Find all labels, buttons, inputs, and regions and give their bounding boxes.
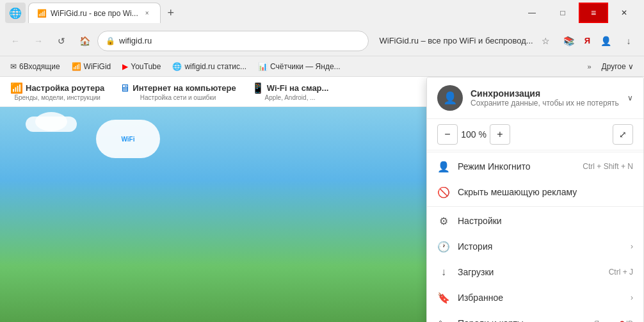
dropdown-menu: 👤 Синхронизация Сохраните данные, чтобы … xyxy=(426,77,644,322)
inbox-icon: ✉ xyxy=(10,62,17,71)
nav-internet-setup[interactable]: 🖥 Интернет на компьютере Настройка сети … xyxy=(120,83,236,101)
history-icon: 🕐 xyxy=(437,240,450,253)
pc-nav-icon: 🖥 xyxy=(120,83,130,94)
phone-nav-icon: 📱 xyxy=(252,82,264,94)
downloads-button[interactable]: ↓ xyxy=(618,31,639,51)
nav-mobile-title: Wi-Fi на смар... xyxy=(267,83,329,93)
nav-mobile-sub: Apple, Android, ... xyxy=(265,94,316,101)
menu-item-history[interactable]: 🕐 История › xyxy=(427,234,643,259)
new-tab-button[interactable]: + xyxy=(162,4,180,22)
nav-right-icons: ☆ 📚 Я 👤 ↓ xyxy=(536,31,639,51)
chart-icon: 📊 xyxy=(258,62,268,71)
downloads-label: Загрузки xyxy=(458,267,601,277)
bookmark-counters-label: Счётчики — Янде... xyxy=(270,62,341,71)
menu-item-downloads[interactable]: ↓ Загрузки Ctrl + J xyxy=(427,259,643,285)
bookmarks-label: Избранное xyxy=(458,293,623,303)
youtube-icon: ▶ xyxy=(122,62,128,71)
browser-icon: 🌐 xyxy=(5,3,26,23)
menu-item-passwords[interactable]: 🗝 Пароли и карты Яндекс ⊙ ID xyxy=(427,310,643,322)
page-content: 📶 Настройка роутера Бренды, модели, инст… xyxy=(0,77,644,322)
yandex-id-badge: Яндекс ⊙ ID xyxy=(594,319,633,323)
minimize-button[interactable]: — xyxy=(517,3,547,23)
nav-internet-sub: Настройка сети и ошибки xyxy=(140,94,216,101)
menu-divider-2 xyxy=(427,206,643,207)
tab-close-button[interactable]: × xyxy=(142,8,152,19)
fullscreen-button[interactable]: ⤢ xyxy=(613,124,633,145)
menu-item-bookmarks[interactable]: 🔖 Избранное › xyxy=(427,285,643,310)
bookmark-wifigid-stat-label: wifigid.ru статис... xyxy=(184,62,246,71)
sync-expand-arrow[interactable]: ∨ xyxy=(627,93,633,102)
zoom-value: 100 % xyxy=(458,129,490,140)
bookmarks-arrow: › xyxy=(631,293,633,302)
url-text: wifigid.ru xyxy=(119,36,360,45)
logo-text: WiFi xyxy=(121,136,134,143)
history-arrow: › xyxy=(631,242,633,251)
other-bookmarks-button[interactable]: Другое ∨ xyxy=(597,61,639,72)
bookmark-inbox[interactable]: ✉ 6Входящие xyxy=(5,61,65,72)
bookmark-wifigid[interactable]: 📶 WiFiGid xyxy=(67,61,117,72)
nav-bar: ← → ↺ 🏠 🔒 wifigid.ru WiFiGid.ru – все пр… xyxy=(0,26,644,56)
bookmark-star-button[interactable]: ☆ xyxy=(536,31,556,51)
account-button[interactable]: 👤 xyxy=(595,31,616,51)
tab-favicon: 📶 xyxy=(36,8,47,19)
forward-button[interactable]: → xyxy=(28,31,49,51)
zoom-out-button[interactable]: − xyxy=(437,124,458,145)
globe-icon: 🌐 xyxy=(172,62,182,71)
menu-divider-1 xyxy=(427,152,643,152)
sync-subtitle: Сохраните данные, чтобы их не потерять xyxy=(471,99,620,108)
active-tab[interactable]: 📶 WiFiGid.ru - все про Wi... × xyxy=(28,3,161,23)
nav-router-setup[interactable]: 📶 Настройка роутера Бренды, модели, инст… xyxy=(10,82,104,101)
id-text: ID xyxy=(626,319,633,322)
cloud-1b xyxy=(35,112,67,131)
nav-wifi-mobile[interactable]: 📱 Wi-Fi на смар... Apple, Android, ... xyxy=(252,82,329,101)
nav-internet-title: Интернет на компьютере xyxy=(133,83,236,93)
bookmarks-menu-icon: 🔖 xyxy=(437,291,450,304)
title-bar: 🌐 📶 WiFiGid.ru - все про Wi... × + — □ ≡… xyxy=(0,0,644,26)
yandex-id-text: ⊙ xyxy=(619,319,625,323)
bookmark-wifigid-label: WiFiGid xyxy=(84,62,111,71)
bookmark-wifigid-stat[interactable]: 🌐 wifigid.ru статис... xyxy=(167,61,252,72)
page-title-nav: WiFiGid.ru – все про WiFi и беспровод... xyxy=(379,36,533,45)
home-button[interactable]: 🏠 xyxy=(74,31,95,51)
hide-ads-icon: 🚫 xyxy=(437,186,450,198)
wifi-favicon-icon: 📶 xyxy=(72,62,81,71)
downloads-shortcut: Ctrl + J xyxy=(609,268,633,277)
bookmark-counters[interactable]: 📊 Счётчики — Янде... xyxy=(253,61,346,72)
close-button[interactable]: ✕ xyxy=(609,3,639,23)
collections-button[interactable]: 📚 xyxy=(559,31,579,51)
more-chevron-icon: » xyxy=(587,63,591,70)
incognito-label: Режим Инкогнито xyxy=(458,161,575,172)
bookmark-youtube[interactable]: ▶ YouTube xyxy=(117,61,166,72)
tab-bar: 📶 WiFiGid.ru - все про Wi... × + xyxy=(28,3,515,23)
address-bar[interactable]: 🔒 wifigid.ru xyxy=(97,31,369,51)
menu-item-hide-ads[interactable]: 🚫 Скрыть мешающую рекламу xyxy=(427,179,643,205)
back-button[interactable]: ← xyxy=(5,31,26,51)
other-label: Другое xyxy=(602,62,626,71)
passwords-label: Пароли и карты xyxy=(458,318,586,322)
downloads-menu-icon: ↓ xyxy=(437,266,450,278)
zoom-in-button[interactable]: + xyxy=(490,124,510,145)
bookmark-youtube-label: YouTube xyxy=(131,62,161,71)
menu-item-incognito[interactable]: 👤 Режим Инкогнито Ctrl + Shift + N xyxy=(427,154,643,179)
menu-item-settings[interactable]: ⚙ Настройки xyxy=(427,208,643,234)
hamburger-menu-button[interactable]: ≡ xyxy=(579,3,608,23)
history-label: История xyxy=(458,241,623,252)
cloud-logo: WiFi xyxy=(96,120,160,158)
hide-ads-label: Скрыть мешающую рекламу xyxy=(458,187,633,197)
sync-info: Синхронизация Сохраните данные, чтобы их… xyxy=(471,88,620,108)
nav-router-title: Настройка роутера xyxy=(26,83,104,93)
settings-label: Настройки xyxy=(458,216,633,226)
bookmark-inbox-label: 6Входящие xyxy=(19,62,60,71)
menu-header: 👤 Синхронизация Сохраните данные, чтобы … xyxy=(427,77,643,119)
other-arrow-icon: ∨ xyxy=(628,62,634,71)
settings-icon: ⚙ xyxy=(437,214,450,227)
more-bookmarks-button[interactable]: » xyxy=(583,61,595,72)
lock-icon: 🔒 xyxy=(106,36,115,45)
tab-title: WiFiGid.ru - все про Wi... xyxy=(51,9,138,18)
sync-title: Синхронизация xyxy=(471,88,620,99)
nav-router-sub: Бренды, модели, инструкции xyxy=(14,94,100,101)
maximize-button[interactable]: □ xyxy=(548,3,577,23)
incognito-shortcut: Ctrl + Shift + N xyxy=(583,162,633,171)
yandex-text: Яндекс xyxy=(594,319,618,322)
refresh-button[interactable]: ↺ xyxy=(51,31,72,51)
